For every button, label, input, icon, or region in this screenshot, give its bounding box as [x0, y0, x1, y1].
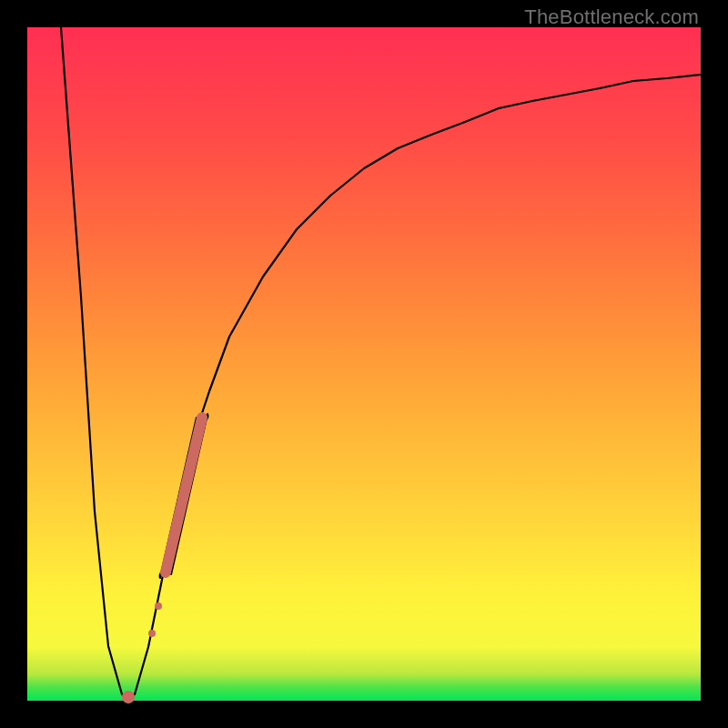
- marker-dot-2: [148, 630, 156, 637]
- marker-dot-3: [155, 602, 162, 610]
- watermark-text: TheBottleneck.com: [524, 5, 699, 29]
- plot-area: [27, 27, 701, 701]
- chart-frame: TheBottleneck.com: [0, 0, 728, 728]
- curve-layer: [27, 27, 701, 701]
- bottleneck-curve: [61, 27, 701, 701]
- marker-min-dot: [122, 691, 135, 703]
- marker-capsule-core: [166, 418, 202, 572]
